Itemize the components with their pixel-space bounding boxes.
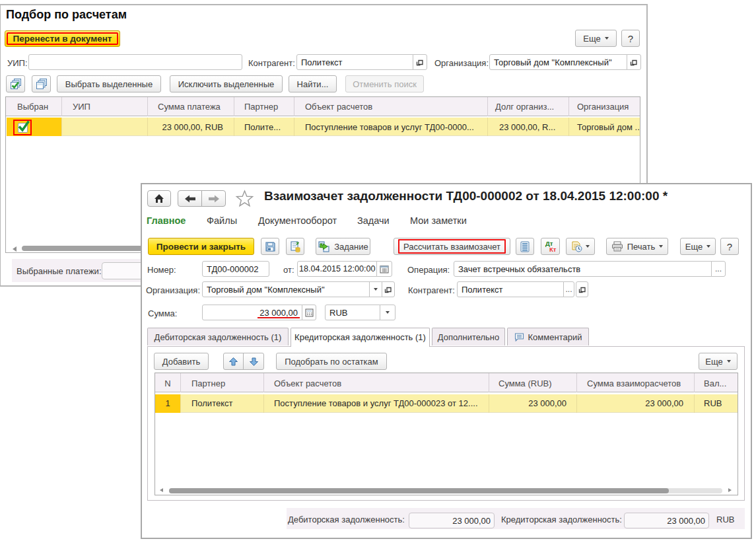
svg-text:Кт: Кт — [549, 246, 557, 253]
